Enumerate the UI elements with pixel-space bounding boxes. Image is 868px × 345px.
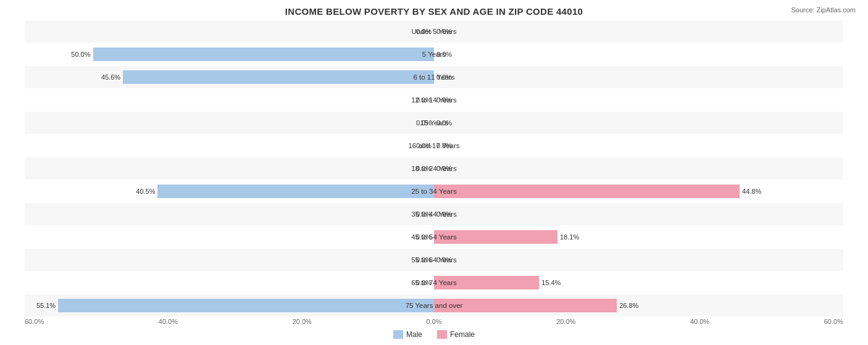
chart-row: 15 Years0.0%0.0% [25,112,843,134]
chart-row: 5 Years50.0%0.0% [25,43,843,65]
legend-female-label: Female [450,330,475,339]
chart-title: INCOME BELOW POVERTY BY SEX AND AGE IN Z… [12,6,856,17]
legend: Male Female [12,330,856,339]
row-label: 75 Years and over [406,301,463,310]
chart-row: 65 to 74 Years0.0%15.4% [25,272,843,294]
row-label: 65 to 74 Years [411,278,457,288]
row-label: 35 to 44 Years [411,209,457,219]
x-axis-label: 40.0% [159,318,178,325]
x-axis: 60.0%40.0%20.0%0.0%20.0%40.0%60.0% [25,318,843,325]
chart-row: Under 5 Years0.0%0.0% [25,20,843,43]
female-bar [434,185,740,198]
chart-row: 16 and 17 Years0.0%0.0% [25,135,843,157]
male-bar [123,70,434,84]
row-label: 15 Years [420,118,448,128]
male-value: 45.6% [101,73,120,81]
row-label: 6 to 11 Years [413,72,454,82]
chart-row: 45 to 54 Years0.0%18.1% [25,226,843,248]
x-axis-label: 0.0% [426,318,441,325]
row-label: 45 to 54 Years [411,232,457,242]
x-axis-label: 40.0% [690,318,709,325]
chart-rows-area: Under 5 Years0.0%0.0%5 Years50.0%0.0%6 t… [25,20,843,317]
female-value: 18.1% [560,233,579,241]
chart-row: 55 to 64 Years0.0%0.0% [25,249,843,271]
x-axis-label: 60.0% [824,318,843,325]
legend-male-label: Male [406,330,422,339]
male-bar [58,299,434,312]
chart-row: 25 to 34 Years40.5%44.8% [25,180,843,202]
x-axis-label: 60.0% [25,318,44,325]
male-value: 55.1% [36,302,56,309]
chart-container: INCOME BELOW POVERTY BY SEX AND AGE IN Z… [0,0,868,345]
row-label: Under 5 Years [412,27,457,36]
chart-row: 12 to 14 Years0.0%0.0% [25,89,843,111]
legend-female-box [437,330,447,339]
chart-row: 6 to 11 Years45.6%0.0% [25,66,843,88]
male-value: 40.5% [136,188,155,195]
female-value: 26.8% [619,302,638,309]
row-label: 55 to 64 Years [411,255,457,265]
x-axis-label: 20.0% [293,318,312,325]
x-axis-label: 20.0% [556,318,575,325]
row-label: 25 to 34 Years [411,186,457,196]
chart-row: 75 Years and over55.1%26.8% [25,294,843,317]
row-label: 16 and 17 Years [408,141,459,151]
female-value: 44.8% [742,188,761,195]
row-label: 18 to 24 Years [411,164,457,173]
male-bar [93,48,435,61]
legend-male-box [393,330,403,339]
male-bar [157,185,434,198]
source-label: Source: ZipAtlas.com [791,6,856,14]
legend-female: Female [437,330,475,339]
chart-row: 35 to 44 Years0.0%0.0% [25,203,843,225]
chart-row: 18 to 24 Years0.0%0.0% [25,157,843,180]
male-value: 50.0% [71,51,90,58]
row-label: 12 to 14 Years [411,95,457,105]
female-value: 15.4% [541,279,561,286]
legend-male: Male [393,330,422,339]
row-label: 5 Years [422,49,446,59]
